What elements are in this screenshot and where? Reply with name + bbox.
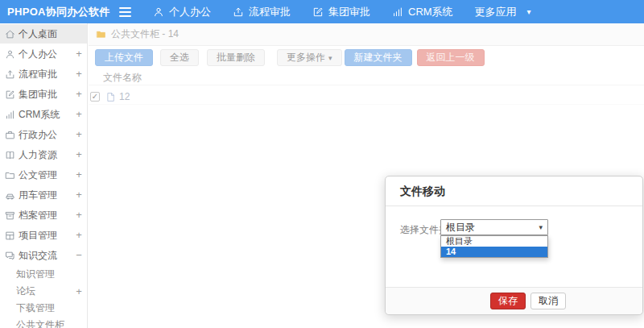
expand-plus-icon[interactable]: + bbox=[71, 165, 87, 185]
chat-icon bbox=[5, 251, 15, 261]
top-navbar: PHPOA协同办公软件 个人办公 流程审批 集团审批 CRM系统 更多应用 ▾ bbox=[0, 0, 644, 23]
nav-item-personal-office[interactable]: 个人办公 bbox=[153, 5, 211, 19]
collapse-minus-icon[interactable]: − bbox=[71, 246, 87, 265]
sidebar-item-document-mgmt[interactable]: 公文管理 + bbox=[0, 165, 87, 185]
nav-item-label: 更多应用 bbox=[475, 5, 517, 19]
nav-item-label: CRM系统 bbox=[408, 5, 453, 19]
expand-plus-icon[interactable]: + bbox=[71, 105, 87, 124]
edit-icon bbox=[5, 89, 15, 100]
sidebar-item-project-mgmt[interactable]: 项目管理 + bbox=[0, 226, 87, 245]
caret-down-icon: ▾ bbox=[328, 54, 332, 62]
folder-icon bbox=[96, 29, 106, 39]
sidebar-item-vehicle-mgmt[interactable]: 用车管理 + bbox=[0, 185, 87, 205]
expand-plus-icon[interactable]: + bbox=[71, 64, 87, 84]
upload-icon bbox=[233, 6, 244, 18]
caret-down-icon: ▾ bbox=[539, 223, 543, 231]
chart-icon bbox=[392, 6, 403, 18]
user-icon bbox=[153, 6, 164, 18]
app-brand: PHPOA协同办公软件 bbox=[0, 5, 113, 19]
file-move-dialog: 文件移动 选择文件夹 根目录 ▾ 根目录 14 保存 取消 bbox=[385, 176, 643, 315]
expand-plus-icon[interactable]: + bbox=[71, 85, 87, 104]
car-icon bbox=[5, 190, 15, 201]
table-header-divider bbox=[89, 85, 644, 85]
batch-delete-button[interactable]: 批量删除 bbox=[207, 49, 265, 66]
dropdown-option-root[interactable]: 根目录 bbox=[441, 236, 547, 247]
nav-item-label: 集团审批 bbox=[328, 5, 370, 19]
row-divider bbox=[89, 104, 644, 105]
sidebar-item-archive-mgmt[interactable]: 档案管理 + bbox=[0, 206, 87, 225]
nav-item-more-apps[interactable]: 更多应用 ▾ bbox=[475, 5, 531, 19]
nav-item-crm[interactable]: CRM系统 bbox=[392, 5, 453, 19]
save-button[interactable]: 保存 bbox=[490, 293, 526, 309]
sidebar-item-hr[interactable]: 人力资源 + bbox=[0, 145, 87, 164]
expand-plus-icon[interactable]: + bbox=[71, 145, 87, 164]
edit-icon bbox=[312, 6, 324, 18]
expand-plus-icon[interactable]: + bbox=[71, 44, 87, 64]
upload-icon bbox=[5, 69, 15, 80]
new-folder-button[interactable]: 新建文件夹 bbox=[345, 49, 412, 66]
sidebar-item-personal-desktop[interactable]: 个人桌面 bbox=[0, 24, 87, 44]
expand-plus-icon[interactable]: + bbox=[71, 226, 87, 245]
archive-icon bbox=[5, 210, 15, 221]
check-icon: ✓ bbox=[92, 93, 98, 101]
sidebar-item-admin-office[interactable]: 行政办公 + bbox=[0, 125, 87, 144]
back-up-level-button[interactable]: 返回上一级 bbox=[417, 49, 485, 66]
cancel-button[interactable]: 取消 bbox=[530, 293, 566, 309]
select-all-button[interactable]: 全选 bbox=[160, 49, 199, 66]
file-name-column-header: 文件名称 bbox=[103, 71, 142, 85]
folder-icon bbox=[5, 170, 15, 181]
expand-plus-icon[interactable]: + bbox=[71, 185, 87, 205]
upload-file-button[interactable]: 上传文件 bbox=[95, 49, 153, 66]
folder-select[interactable]: 根目录 ▾ bbox=[440, 219, 548, 235]
file-icon bbox=[105, 92, 116, 102]
caret-down-icon: ▾ bbox=[527, 7, 531, 16]
folder-select-dropdown: 根目录 14 bbox=[440, 235, 548, 258]
sidebar-item-knowledge-exchange[interactable]: 知识交流 − bbox=[0, 246, 87, 265]
home-icon bbox=[5, 29, 15, 39]
menu-toggle-icon[interactable] bbox=[119, 7, 131, 17]
folder-select-value: 根目录 bbox=[446, 221, 475, 235]
dialog-footer: 保存 取消 bbox=[386, 287, 642, 314]
sidebar-subitem-forum[interactable]: 论坛 + bbox=[0, 283, 87, 300]
sidebar-item-personal-office[interactable]: 个人办公 + bbox=[0, 44, 87, 64]
briefcase-icon bbox=[5, 130, 15, 140]
breadcrumb: 公共文件柜 - 14 bbox=[89, 23, 644, 46]
dropdown-option-14[interactable]: 14 bbox=[441, 247, 547, 257]
row-checkbox[interactable]: ✓ bbox=[90, 92, 100, 102]
more-actions-button[interactable]: 更多操作 ▾ bbox=[277, 49, 342, 66]
expand-plus-icon[interactable]: + bbox=[71, 206, 87, 225]
dialog-title: 文件移动 bbox=[386, 176, 642, 206]
user-icon bbox=[5, 49, 15, 60]
expand-plus-icon[interactable]: + bbox=[71, 125, 87, 144]
nav-item-label: 流程审批 bbox=[249, 5, 291, 19]
sidebar-item-group-approval[interactable]: 集团审批 + bbox=[0, 85, 87, 104]
sidebar: 个人桌面 个人办公 + 流程审批 + 集团审批 + CRM系统 + 行政办公 +… bbox=[0, 23, 88, 328]
expand-plus-icon[interactable]: + bbox=[71, 283, 87, 300]
sidebar-subitem-knowledge-mgmt[interactable]: 知识管理 bbox=[0, 266, 87, 283]
book-icon bbox=[5, 150, 15, 160]
file-name: 12 bbox=[119, 91, 130, 102]
nav-item-group-approval[interactable]: 集团审批 bbox=[312, 5, 370, 19]
nav-item-workflow-approval[interactable]: 流程审批 bbox=[233, 5, 291, 19]
toolbar: 上传文件 全选 批量删除 更多操作 ▾ 新建文件夹 返回上一级 bbox=[95, 49, 485, 66]
sidebar-item-crm[interactable]: CRM系统 + bbox=[0, 105, 87, 124]
sidebar-item-workflow-approval[interactable]: 流程审批 + bbox=[0, 64, 87, 84]
chart-icon bbox=[5, 110, 15, 120]
dialog-body: 选择文件夹 根目录 ▾ 根目录 14 bbox=[386, 206, 642, 287]
breadcrumb-text: 公共文件柜 - 14 bbox=[111, 27, 179, 41]
grid-icon bbox=[5, 230, 15, 241]
sidebar-subitem-public-file-cabinet[interactable]: 公共文件柜 bbox=[0, 317, 87, 328]
file-row[interactable]: ✓ 12 bbox=[90, 89, 130, 104]
sidebar-subitem-download-mgmt[interactable]: 下载管理 bbox=[0, 300, 87, 317]
nav-item-label: 个人办公 bbox=[169, 5, 211, 19]
